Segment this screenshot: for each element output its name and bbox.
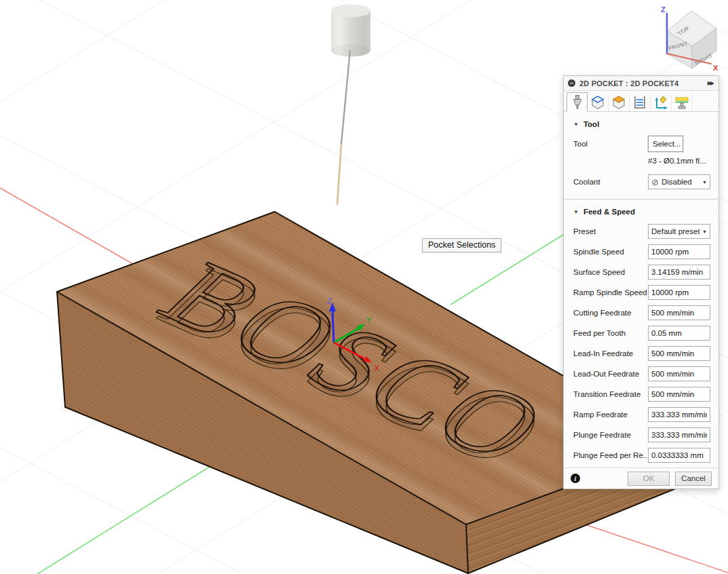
- triad-z-label: Z: [327, 296, 332, 306]
- cutting-feedrate-row: Cutting Feedrate: [573, 305, 709, 320]
- viewcube-z-axis-label: Z: [661, 5, 666, 14]
- tab-linking[interactable]: [651, 93, 672, 111]
- lead-out-feedrate-row: Lead-Out Feedrate: [573, 366, 709, 381]
- tab-geometry[interactable]: [588, 93, 609, 111]
- pocket-selections-tag[interactable]: Pocket Selections: [422, 238, 501, 252]
- cam-application-window: BOSCO BOSCO Z Y X: [0, 0, 728, 574]
- field-label: Spindle Speed: [573, 248, 648, 256]
- chevron-down-icon: ▼: [702, 180, 707, 185]
- feed-speed-section-header[interactable]: ▼ Feed & Speed: [573, 208, 709, 216]
- tool-section-header[interactable]: ▼ Tool: [573, 120, 709, 128]
- viewcube-x-axis-label: X: [713, 64, 719, 72]
- tool-row: Tool Select...: [573, 136, 709, 151]
- stock-contour-icon: [673, 94, 691, 111]
- dialog-header[interactable]: 2D POCKET : 2D POCKET4 ▶▶: [564, 76, 719, 91]
- lead-in-feedrate-input[interactable]: [648, 346, 710, 361]
- coolant-value: Disabled: [662, 178, 700, 186]
- dialog-tab-strip: [564, 91, 719, 112]
- tab-stock-contour[interactable]: [672, 93, 693, 111]
- ramp-spindle-speed-row: Ramp Spindle Speed: [573, 285, 709, 300]
- spindle-speed-row: Spindle Speed: [573, 244, 709, 259]
- plunge-feedrate-row: Plunge Feedrate: [573, 427, 709, 442]
- feed-per-tooth-row: Feed per Tooth: [573, 326, 709, 341]
- section-collapse-caret-icon: ▼: [573, 209, 579, 215]
- tab-tool[interactable]: [567, 92, 588, 112]
- cancel-button[interactable]: Cancel: [675, 472, 712, 486]
- coolant-label: Coolant: [573, 178, 648, 186]
- ramp-spindle-speed-input[interactable]: [648, 285, 710, 300]
- linking-icon: [652, 94, 670, 111]
- tool-icon: [569, 94, 586, 111]
- collapse-icon[interactable]: [568, 79, 575, 87]
- tool-section-title: Tool: [583, 120, 599, 128]
- section-divider: [564, 199, 719, 199]
- plunge-feed-per-rev-row: Plunge Feed per Re...: [573, 448, 709, 463]
- field-label: Feed per Tooth: [573, 329, 648, 337]
- tab-passes[interactable]: [630, 93, 651, 111]
- feed-per-tooth-input[interactable]: [648, 326, 710, 341]
- field-label: Lead-Out Feedrate: [573, 370, 648, 378]
- section-collapse-caret-icon: ▼: [573, 121, 579, 128]
- lead-in-feedrate-row: Lead-In Feedrate: [573, 346, 709, 361]
- plunge-feed-per-rev-input[interactable]: [648, 448, 710, 463]
- field-label: Ramp Spindle Speed: [573, 288, 648, 296]
- expand-panel-icon[interactable]: ▶▶: [708, 80, 714, 86]
- 2d-pocket-dialog: 2D POCKET : 2D POCKET4 ▶▶: [563, 75, 719, 489]
- lead-out-feedrate-input[interactable]: [648, 366, 710, 381]
- tool-shank: [341, 50, 350, 144]
- triad-y-label: Y: [366, 315, 372, 325]
- coolant-row: Coolant ⊘ Disabled ▼: [573, 174, 709, 189]
- plunge-feedrate-input[interactable]: [648, 427, 710, 442]
- preset-value: Default preset: [651, 227, 700, 235]
- field-label: Lead-In Feedrate: [573, 349, 648, 358]
- heights-icon: [610, 94, 628, 111]
- field-label: Plunge Feedrate: [573, 431, 648, 439]
- geometry-icon: [589, 94, 607, 111]
- triad-x-label: X: [374, 364, 379, 373]
- preset-dropdown[interactable]: Default preset ▼: [648, 224, 710, 239]
- surface-speed-row: Surface Speed: [573, 265, 709, 280]
- selected-tool-description: #3 - Ø0.1mm fl...: [648, 157, 709, 168]
- preset-row: Preset Default preset ▼: [573, 224, 709, 239]
- field-label: Transition Feedrate: [573, 390, 648, 398]
- transition-feedrate-input[interactable]: [648, 387, 710, 402]
- chevron-down-icon: ▼: [702, 229, 707, 234]
- tab-heights[interactable]: [609, 93, 630, 111]
- field-label: Preset: [573, 227, 648, 235]
- cutting-feedrate-input[interactable]: [648, 305, 710, 320]
- tool-select-button[interactable]: Select...: [648, 136, 683, 152]
- field-label: Surface Speed: [573, 268, 648, 276]
- dialog-body: ▼ Tool Tool Select... #3 - Ø0.1mm fl... …: [564, 112, 719, 467]
- passes-icon: [631, 94, 649, 111]
- field-label: Plunge Feed per Re...: [573, 451, 648, 459]
- feed-speed-section-title: Feed & Speed: [583, 208, 635, 216]
- coolant-dropdown[interactable]: ⊘ Disabled ▼: [648, 174, 710, 189]
- cutting-tool[interactable]: [331, 5, 370, 206]
- info-icon[interactable]: i: [571, 474, 580, 483]
- dialog-footer: i OK Cancel: [564, 467, 719, 489]
- surface-speed-input[interactable]: [648, 265, 710, 280]
- tool-flute: [337, 144, 341, 205]
- field-label: Cutting Feedrate: [573, 309, 648, 317]
- spindle-speed-input[interactable]: [648, 244, 710, 259]
- ramp-feedrate-row: Ramp Feedrate: [573, 407, 709, 422]
- coolant-disabled-icon: ⊘: [651, 178, 659, 187]
- field-label: Ramp Feedrate: [573, 410, 648, 419]
- transition-feedrate-row: Transition Feedrate: [573, 387, 709, 402]
- dialog-title: 2D POCKET : 2D POCKET4: [579, 79, 704, 88]
- ramp-feedrate-input[interactable]: [648, 407, 710, 422]
- ok-button[interactable]: OK: [628, 472, 670, 486]
- tool-label: Tool: [573, 140, 648, 148]
- viewcube[interactable]: TOP FRONT RIGHT Z X: [661, 5, 719, 72]
